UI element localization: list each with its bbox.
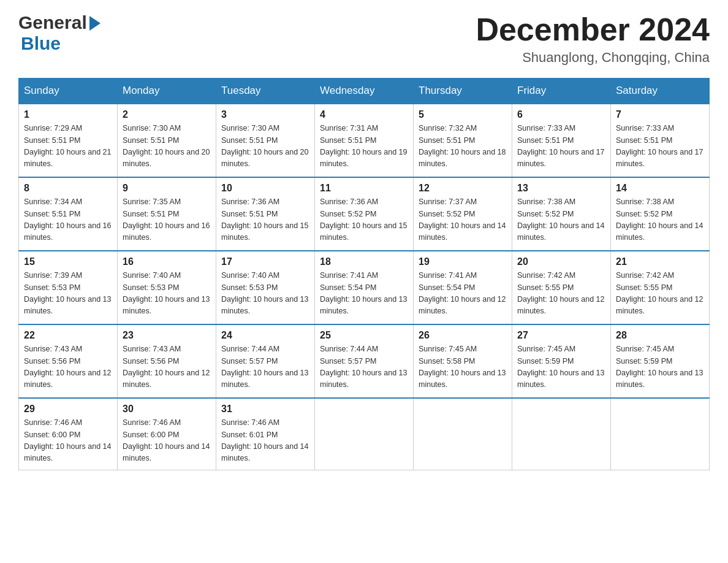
day-cell: 25Sunrise: 7:44 AMSunset: 5:57 PMDayligh… — [315, 324, 414, 398]
day-info: Sunrise: 7:46 AMSunset: 6:01 PMDaylight:… — [221, 417, 309, 465]
day-info: Sunrise: 7:29 AMSunset: 5:51 PMDaylight:… — [24, 123, 112, 170]
day-cell: 1Sunrise: 7:29 AMSunset: 5:51 PMDaylight… — [19, 104, 118, 177]
day-number: 3 — [221, 109, 309, 120]
day-info: Sunrise: 7:46 AMSunset: 6:00 PMDaylight:… — [123, 417, 211, 465]
day-number: 14 — [616, 183, 704, 194]
day-info: Sunrise: 7:40 AMSunset: 5:53 PMDaylight:… — [123, 270, 211, 318]
day-cell: 24Sunrise: 7:44 AMSunset: 5:57 PMDayligh… — [216, 324, 315, 398]
day-cell: 11Sunrise: 7:36 AMSunset: 5:52 PMDayligh… — [315, 177, 414, 251]
column-header-monday: Monday — [118, 79, 216, 104]
day-cell: 28Sunrise: 7:45 AMSunset: 5:59 PMDayligh… — [611, 324, 710, 398]
day-info: Sunrise: 7:42 AMSunset: 5:55 PMDaylight:… — [616, 270, 704, 318]
day-cell: 26Sunrise: 7:45 AMSunset: 5:58 PMDayligh… — [414, 324, 512, 398]
day-cell: 5Sunrise: 7:32 AMSunset: 5:51 PMDaylight… — [414, 104, 512, 177]
day-number: 11 — [320, 183, 408, 194]
day-number: 20 — [517, 256, 605, 267]
day-info: Sunrise: 7:46 AMSunset: 6:00 PMDaylight:… — [24, 417, 112, 465]
day-info: Sunrise: 7:41 AMSunset: 5:54 PMDaylight:… — [419, 270, 507, 318]
column-header-thursday: Thursday — [414, 79, 512, 104]
day-number: 10 — [221, 183, 309, 194]
day-info: Sunrise: 7:30 AMSunset: 5:51 PMDaylight:… — [123, 123, 211, 170]
month-title: December 2024 — [476, 12, 710, 47]
logo-general-text: General — [18, 12, 87, 33]
day-number: 9 — [123, 183, 211, 194]
day-number: 22 — [24, 330, 112, 341]
day-number: 24 — [221, 330, 309, 341]
header-row: SundayMondayTuesdayWednesdayThursdayFrid… — [19, 79, 710, 104]
title-section: December 2024 Shuanglong, Chongqing, Chi… — [476, 12, 710, 66]
day-info: Sunrise: 7:44 AMSunset: 5:57 PMDaylight:… — [221, 343, 309, 391]
day-number: 30 — [123, 404, 211, 415]
day-info: Sunrise: 7:37 AMSunset: 5:52 PMDaylight:… — [419, 196, 507, 244]
day-cell: 8Sunrise: 7:34 AMSunset: 5:51 PMDaylight… — [19, 177, 118, 251]
week-row-2: 8Sunrise: 7:34 AMSunset: 5:51 PMDaylight… — [19, 177, 710, 251]
day-info: Sunrise: 7:42 AMSunset: 5:55 PMDaylight:… — [517, 270, 605, 318]
day-info: Sunrise: 7:30 AMSunset: 5:51 PMDaylight:… — [221, 123, 309, 170]
week-row-3: 15Sunrise: 7:39 AMSunset: 5:53 PMDayligh… — [19, 251, 710, 324]
column-header-saturday: Saturday — [611, 79, 710, 104]
day-cell: 14Sunrise: 7:38 AMSunset: 5:52 PMDayligh… — [611, 177, 710, 251]
day-cell — [414, 398, 512, 470]
column-header-wednesday: Wednesday — [315, 79, 414, 104]
day-cell: 10Sunrise: 7:36 AMSunset: 5:51 PMDayligh… — [216, 177, 315, 251]
day-info: Sunrise: 7:39 AMSunset: 5:53 PMDaylight:… — [24, 270, 112, 318]
day-cell: 7Sunrise: 7:33 AMSunset: 5:51 PMDaylight… — [611, 104, 710, 177]
day-cell: 12Sunrise: 7:37 AMSunset: 5:52 PMDayligh… — [414, 177, 512, 251]
day-number: 4 — [320, 109, 408, 120]
day-cell: 29Sunrise: 7:46 AMSunset: 6:00 PMDayligh… — [19, 398, 118, 470]
day-number: 25 — [320, 330, 408, 341]
column-header-friday: Friday — [512, 79, 611, 104]
day-cell: 3Sunrise: 7:30 AMSunset: 5:51 PMDaylight… — [216, 104, 315, 177]
day-cell: 19Sunrise: 7:41 AMSunset: 5:54 PMDayligh… — [414, 251, 512, 324]
day-info: Sunrise: 7:32 AMSunset: 5:51 PMDaylight:… — [419, 123, 507, 170]
page-header: General Blue December 2024 Shuanglong, C… — [18, 12, 710, 66]
logo: General Blue — [18, 12, 100, 54]
day-number: 27 — [517, 330, 605, 341]
day-cell: 15Sunrise: 7:39 AMSunset: 5:53 PMDayligh… — [19, 251, 118, 324]
day-number: 13 — [517, 183, 605, 194]
location-text: Shuanglong, Chongqing, China — [476, 50, 710, 66]
day-number: 23 — [123, 330, 211, 341]
day-cell: 18Sunrise: 7:41 AMSunset: 5:54 PMDayligh… — [315, 251, 414, 324]
week-row-4: 22Sunrise: 7:43 AMSunset: 5:56 PMDayligh… — [19, 324, 710, 398]
day-number: 6 — [517, 109, 605, 120]
day-number: 31 — [221, 404, 309, 415]
column-header-sunday: Sunday — [19, 79, 118, 104]
day-info: Sunrise: 7:38 AMSunset: 5:52 PMDaylight:… — [517, 196, 605, 244]
day-cell — [512, 398, 611, 470]
day-info: Sunrise: 7:34 AMSunset: 5:51 PMDaylight:… — [24, 196, 112, 244]
day-info: Sunrise: 7:40 AMSunset: 5:53 PMDaylight:… — [221, 270, 309, 318]
day-cell — [611, 398, 710, 470]
day-info: Sunrise: 7:41 AMSunset: 5:54 PMDaylight:… — [320, 270, 408, 318]
day-cell: 22Sunrise: 7:43 AMSunset: 5:56 PMDayligh… — [19, 324, 118, 398]
day-cell: 13Sunrise: 7:38 AMSunset: 5:52 PMDayligh… — [512, 177, 611, 251]
day-info: Sunrise: 7:33 AMSunset: 5:51 PMDaylight:… — [616, 123, 704, 170]
day-number: 17 — [221, 256, 309, 267]
day-info: Sunrise: 7:45 AMSunset: 5:59 PMDaylight:… — [616, 343, 704, 391]
day-number: 26 — [419, 330, 507, 341]
week-row-5: 29Sunrise: 7:46 AMSunset: 6:00 PMDayligh… — [19, 398, 710, 470]
day-cell: 17Sunrise: 7:40 AMSunset: 5:53 PMDayligh… — [216, 251, 315, 324]
day-cell: 4Sunrise: 7:31 AMSunset: 5:51 PMDaylight… — [315, 104, 414, 177]
day-number: 18 — [320, 256, 408, 267]
day-cell: 20Sunrise: 7:42 AMSunset: 5:55 PMDayligh… — [512, 251, 611, 324]
day-number: 15 — [24, 256, 112, 267]
day-info: Sunrise: 7:33 AMSunset: 5:51 PMDaylight:… — [517, 123, 605, 170]
day-number: 19 — [419, 256, 507, 267]
day-number: 12 — [419, 183, 507, 194]
day-number: 28 — [616, 330, 704, 341]
day-cell: 6Sunrise: 7:33 AMSunset: 5:51 PMDaylight… — [512, 104, 611, 177]
day-number: 1 — [24, 109, 112, 120]
day-number: 21 — [616, 256, 704, 267]
day-cell: 31Sunrise: 7:46 AMSunset: 6:01 PMDayligh… — [216, 398, 315, 470]
day-info: Sunrise: 7:36 AMSunset: 5:52 PMDaylight:… — [320, 196, 408, 244]
day-cell: 16Sunrise: 7:40 AMSunset: 5:53 PMDayligh… — [118, 251, 216, 324]
logo-blue-text: Blue — [21, 33, 61, 54]
day-info: Sunrise: 7:45 AMSunset: 5:58 PMDaylight:… — [419, 343, 507, 391]
day-number: 5 — [419, 109, 507, 120]
day-number: 29 — [24, 404, 112, 415]
day-info: Sunrise: 7:38 AMSunset: 5:52 PMDaylight:… — [616, 196, 704, 244]
day-info: Sunrise: 7:43 AMSunset: 5:56 PMDaylight:… — [24, 343, 112, 391]
day-info: Sunrise: 7:31 AMSunset: 5:51 PMDaylight:… — [320, 123, 408, 170]
day-info: Sunrise: 7:35 AMSunset: 5:51 PMDaylight:… — [123, 196, 211, 244]
